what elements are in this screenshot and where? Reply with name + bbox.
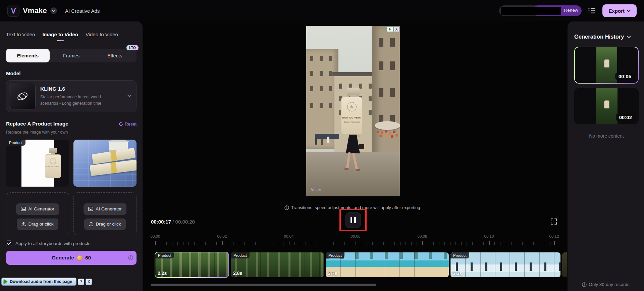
storyboard-clip-1[interactable]: Product 2.2s [155,252,228,277]
clip-badge: Product [155,252,174,258]
video-preview[interactable]: NOM DU VENT Lune Blanche Vmake X [306,26,400,196]
clip-duration: 3.7s [328,271,337,276]
clip-duration: 2.2s [158,271,167,276]
app-root: Vmake AI Creative Ads Renew Export [0,0,644,291]
download-audio-button[interactable]: Download audio from this page [1,278,76,286]
bottle-cap [49,148,57,153]
storyboard-clip-3[interactable]: Product 3.7s [326,252,449,277]
shoe [356,169,360,171]
apply-checkbox[interactable] [6,240,12,246]
play-icon [4,279,7,284]
product-image-perfume[interactable]: NOM DU VENT Product [6,140,69,187]
info-icon [284,205,289,210]
tab-elements[interactable]: Elements [6,49,50,62]
ai-generator-button[interactable]: AI Generator [16,203,59,215]
apply-row: Apply to all storyboards with products [6,240,137,246]
apply-checkbox-label[interactable]: Apply to all storyboards with products [15,241,91,246]
section-tabs: Elements Frames Effects [6,49,137,62]
info-icon [582,282,587,287]
chevron-down-icon [627,36,631,38]
menu-icon[interactable] [588,7,596,14]
generate-button[interactable]: Generate 60 [6,251,137,265]
storyboard-clip-2[interactable]: Product 2.8s [231,252,324,277]
history-duration: 00:05 [615,72,635,80]
history-header[interactable]: Generation History [574,34,639,40]
upload-dropzone-2[interactable]: AI Generator Drag or click [73,192,137,235]
ad-close-button[interactable]: X [394,27,399,32]
chevron-down-icon [52,10,55,12]
history-item-2[interactable]: 00:02 [574,88,639,124]
plan-usage-pill[interactable]: Renew [499,5,582,16]
brand-group: Vmake AI Creative Ads [7,5,100,17]
generation-history-panel: Generation History 00:05 00:02 No more c… [568,21,644,291]
renew-button[interactable]: Renew [564,8,578,13]
product-thumbnails: NOM DU VENT Product [6,140,137,187]
storyboard-clip-partial[interactable] [562,252,567,277]
kling-logo-icon [9,83,36,109]
fullscreen-button[interactable] [550,218,557,225]
top-bar: Vmake AI Creative Ads Renew Export [0,0,644,21]
drag-or-click-button[interactable]: Drag or click [17,219,58,230]
ruler-label: 00:08 [418,234,427,238]
product-image-blueprint[interactable] [73,140,137,187]
history-footer-note: Only 30-day records [568,282,644,287]
vmake-logo[interactable] [7,5,19,17]
tab-effects[interactable]: Effects [93,49,137,62]
info-icon[interactable] [128,255,133,260]
ad-play-button[interactable] [386,27,393,32]
lto-badge: LTO [126,45,139,50]
brand-name: Vmake [23,6,47,15]
bottle-label-line2: Lune Blanche [341,121,362,124]
app-subtitle: AI Creative Ads [65,8,100,14]
pause-button[interactable] [345,212,361,228]
bottle-emblem [50,158,56,164]
generate-credits: 60 [85,255,91,261]
tab-frames[interactable]: Frames [50,49,93,62]
help-button[interactable]: ? [78,279,84,285]
credit-coin-icon [77,255,83,261]
tab-text-to-video[interactable]: Text to Video [6,32,35,41]
image-icon [21,207,26,211]
annotation-highlight-box [339,209,367,231]
no-more-content-label: No more content [574,133,639,139]
replace-subtitle: Replace the image with your own [6,130,137,135]
history-title: Generation History [574,34,624,40]
chevron-down-icon [627,10,631,12]
model-selector[interactable]: KLING 1.6 Stellar performance in real-wo… [6,80,137,112]
clip-duration: 2.8s [233,271,242,276]
bottle-emblem [347,102,357,111]
clip-badge: Product [450,252,469,258]
tab-image-to-video[interactable]: Image to Video [42,32,78,41]
left-panel: Text to Video Image to Video Video to Vi… [0,21,143,291]
play-icon [389,28,391,31]
handbag [359,144,364,149]
fullscreen-icon [550,218,557,225]
product-badge: Product [6,140,25,146]
clip-badge: Product [326,252,344,258]
tab-video-to-video[interactable]: Video to Video [86,32,118,41]
history-item-1[interactable]: 00:05 [575,47,638,83]
upload-dropzone-1[interactable]: AI Generator Drag or click [6,192,69,235]
brand-dropdown[interactable] [50,7,57,14]
upload-boxes: AI Generator Drag or click [6,192,137,235]
model-name: KLING 1.6 [40,86,112,92]
download-audio-label: Download audio from this page [10,279,72,284]
redacted-account-info [501,7,561,15]
drag-or-click-button[interactable]: Drag or click [84,219,125,230]
ruler-label: 00:00 [151,234,160,238]
history-thumbnail [596,47,617,83]
list-icon [588,8,596,14]
timeline-ruler[interactable] [155,242,558,245]
upload-icon [21,222,26,227]
check-icon [7,242,11,245]
reset-icon [119,122,123,126]
upload-icon [89,222,93,227]
section-tabs-wrap: Elements Frames Effects LTO [6,49,137,62]
storyboard-clip-4[interactable]: Product 3.3s [450,252,560,277]
bottle-label-line1: NOM DU VENT [341,116,362,119]
reset-button[interactable]: Reset [119,122,137,127]
ai-generator-button[interactable]: AI Generator [84,203,126,215]
export-button[interactable]: Export [602,4,637,17]
timeline-scrollbar[interactable] [151,284,376,286]
close-button[interactable]: X [86,279,92,285]
